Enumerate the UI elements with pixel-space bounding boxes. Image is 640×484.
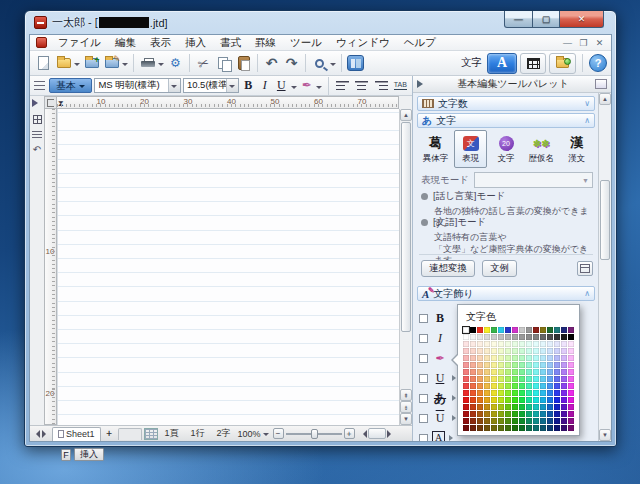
- scrollbar-thumb[interactable]: [600, 180, 610, 260]
- ruler-corner[interactable]: [44, 96, 57, 109]
- color-swatch[interactable]: [554, 334, 560, 340]
- color-swatch[interactable]: [491, 348, 497, 354]
- color-swatch[interactable]: [547, 425, 553, 431]
- color-swatch[interactable]: [498, 404, 504, 410]
- checkbox[interactable]: [419, 374, 428, 383]
- color-swatch[interactable]: [519, 334, 525, 340]
- color-swatch[interactable]: [561, 327, 567, 333]
- color-swatch[interactable]: [505, 425, 511, 431]
- color-swatch[interactable]: [498, 418, 504, 424]
- color-swatch[interactable]: [491, 362, 497, 368]
- color-swatch[interactable]: [568, 362, 574, 368]
- color-swatch[interactable]: [505, 418, 511, 424]
- color-swatch[interactable]: [498, 369, 504, 375]
- color-swatch[interactable]: [526, 383, 532, 389]
- color-swatch[interactable]: [477, 362, 483, 368]
- horizontal-scrollbar[interactable]: [359, 428, 395, 439]
- deco-item-font-color[interactable]: ✒: [419, 348, 448, 368]
- color-swatch[interactable]: [484, 404, 490, 410]
- color-swatch[interactable]: [526, 327, 532, 333]
- color-swatch[interactable]: [561, 425, 567, 431]
- color-swatch[interactable]: [470, 334, 476, 340]
- color-swatch[interactable]: [470, 341, 476, 347]
- zoom-out-button[interactable]: −: [273, 428, 284, 439]
- color-swatch[interactable]: [533, 383, 539, 389]
- insert-mode-button[interactable]: 挿入: [74, 448, 104, 461]
- color-swatch[interactable]: [554, 390, 560, 396]
- color-swatch[interactable]: [470, 348, 476, 354]
- color-swatch[interactable]: [547, 390, 553, 396]
- color-swatch[interactable]: [526, 397, 532, 403]
- color-swatch[interactable]: [561, 341, 567, 347]
- color-swatch[interactable]: [477, 390, 483, 396]
- color-swatch[interactable]: [547, 411, 553, 417]
- scroll-right-button[interactable]: [387, 430, 395, 438]
- color-swatch[interactable]: [568, 355, 574, 361]
- zoom-dropdown[interactable]: [263, 433, 269, 439]
- color-swatch[interactable]: [540, 397, 546, 403]
- color-swatch[interactable]: [554, 327, 560, 333]
- prev-sheet-button[interactable]: [32, 430, 40, 438]
- color-swatch[interactable]: [491, 390, 497, 396]
- color-swatch[interactable]: [498, 383, 504, 389]
- redo-button[interactable]: ↷: [282, 53, 301, 73]
- undo-button[interactable]: ↶: [262, 53, 281, 73]
- color-swatch[interactable]: [540, 348, 546, 354]
- checkbox[interactable]: [419, 354, 428, 363]
- color-swatch[interactable]: [547, 355, 553, 361]
- color-swatch[interactable]: [491, 425, 497, 431]
- color-swatch[interactable]: [463, 348, 469, 354]
- color-swatch[interactable]: [547, 327, 553, 333]
- color-swatch[interactable]: [512, 418, 518, 424]
- color-swatch[interactable]: [533, 376, 539, 382]
- color-swatch[interactable]: [519, 376, 525, 382]
- color-swatch[interactable]: [470, 355, 476, 361]
- toolbar-menu-button[interactable]: [33, 76, 47, 96]
- palette-switch-icon[interactable]: [595, 79, 607, 89]
- color-swatch[interactable]: [505, 369, 511, 375]
- color-swatch[interactable]: [554, 418, 560, 424]
- color-swatch[interactable]: [519, 327, 525, 333]
- menu-item-4[interactable]: 書式: [213, 36, 248, 50]
- color-swatch[interactable]: [568, 418, 574, 424]
- color-swatch[interactable]: [505, 334, 511, 340]
- font-dropdown-button[interactable]: [168, 79, 180, 92]
- color-swatch[interactable]: [463, 383, 469, 389]
- color-swatch[interactable]: [568, 383, 574, 389]
- color-swatch[interactable]: [477, 341, 483, 347]
- color-swatch[interactable]: [554, 369, 560, 375]
- deco-item-italic[interactable]: I: [419, 328, 448, 348]
- color-swatch[interactable]: [547, 369, 553, 375]
- color-swatch[interactable]: [491, 383, 497, 389]
- flyout-arrow-icon[interactable]: [449, 435, 456, 441]
- color-swatch[interactable]: [512, 327, 518, 333]
- deco-item-boxed-char[interactable]: A: [419, 428, 456, 441]
- char-tool-3[interactable]: ✽✽歴仮名: [525, 130, 558, 168]
- align-left-button[interactable]: [334, 76, 351, 96]
- section-char[interactable]: あ 文字 ∧: [417, 113, 595, 128]
- color-swatch[interactable]: [519, 341, 525, 347]
- color-swatch[interactable]: [498, 397, 504, 403]
- jump-back-icon[interactable]: ↶: [33, 146, 41, 154]
- color-swatch[interactable]: [540, 369, 546, 375]
- menu-item-7[interactable]: ウィンドウ: [329, 36, 397, 50]
- char-tool-2[interactable]: 20文字: [489, 130, 522, 168]
- empty-sheet-tab[interactable]: [118, 428, 142, 440]
- add-sheet-button[interactable]: ＋: [103, 427, 116, 440]
- font-size-combo[interactable]: 10.5(標準): [183, 78, 239, 93]
- color-swatch[interactable]: [519, 355, 525, 361]
- color-swatch[interactable]: [554, 397, 560, 403]
- color-swatch[interactable]: [568, 369, 574, 375]
- color-swatch[interactable]: [463, 425, 469, 431]
- color-swatch[interactable]: [498, 327, 504, 333]
- color-swatch[interactable]: [463, 341, 469, 347]
- color-swatch[interactable]: [470, 411, 476, 417]
- color-swatch[interactable]: [491, 418, 497, 424]
- color-swatch[interactable]: [505, 362, 511, 368]
- color-swatch[interactable]: [505, 341, 511, 347]
- chevron-up-icon[interactable]: ∧: [584, 116, 590, 125]
- scrollbar-track[interactable]: [599, 261, 611, 429]
- sheet-grid-icon[interactable]: [33, 115, 42, 124]
- color-swatch[interactable]: [533, 411, 539, 417]
- color-swatch[interactable]: [533, 348, 539, 354]
